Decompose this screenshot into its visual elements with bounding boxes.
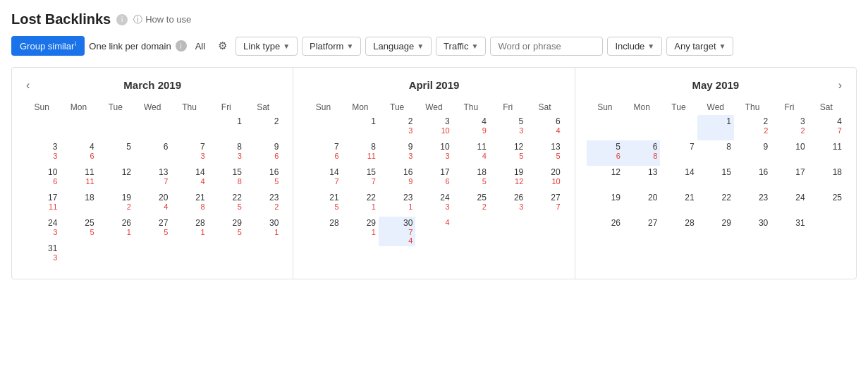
table-row[interactable]: 30 — [734, 217, 771, 242]
table-row[interactable]: 22 — [734, 115, 771, 140]
link-type-dropdown[interactable]: Link type ▼ — [236, 37, 298, 56]
table-row[interactable]: 29 — [697, 217, 734, 242]
table-row[interactable]: 243 — [23, 217, 60, 242]
table-row[interactable]: 313 — [23, 242, 60, 267]
table-row[interactable]: 310 — [415, 115, 452, 140]
table-row[interactable]: 1 — [342, 115, 379, 140]
cal-prev-button[interactable]: ‹ — [23, 79, 32, 92]
table-row[interactable]: 53 — [489, 115, 526, 140]
table-row[interactable]: 277 — [526, 191, 563, 217]
table-row[interactable]: 15 — [697, 166, 734, 191]
table-row[interactable]: 261 — [97, 217, 134, 242]
table-row[interactable]: 158 — [208, 166, 245, 191]
table-row[interactable]: 18 — [808, 166, 845, 191]
table-row[interactable]: 243 — [415, 191, 452, 217]
table-row[interactable]: 135 — [526, 140, 563, 166]
table-row[interactable]: 76 — [305, 140, 341, 166]
group-similar-button[interactable]: Group similari — [11, 36, 85, 56]
table-row[interactable]: 31 — [771, 217, 807, 242]
table-row[interactable]: 16 — [734, 166, 771, 191]
table-row[interactable]: 23 — [734, 191, 771, 217]
table-row[interactable]: 22 — [697, 191, 734, 217]
table-row[interactable]: 225 — [208, 191, 245, 217]
table-row[interactable]: 147 — [305, 166, 341, 191]
table-row[interactable]: 176 — [415, 166, 452, 191]
traffic-dropdown[interactable]: Traffic ▼ — [436, 37, 486, 56]
table-row[interactable]: 291 — [342, 217, 379, 246]
table-row[interactable]: 169 — [379, 166, 415, 191]
all-button[interactable]: All — [191, 38, 209, 54]
table-row[interactable]: 215 — [305, 191, 341, 217]
table-row[interactable]: 1 — [208, 115, 245, 140]
table-row[interactable]: 28 — [660, 217, 697, 242]
table-row[interactable]: 2 — [245, 115, 281, 140]
table-row[interactable]: 165 — [245, 166, 281, 191]
table-row[interactable]: 25 — [808, 191, 845, 217]
table-row[interactable]: 19 — [587, 191, 623, 217]
table-row[interactable]: 47 — [808, 115, 845, 140]
table-row[interactable]: 2010 — [526, 166, 563, 191]
table-row[interactable]: 23 — [379, 115, 415, 140]
how-to-use-link[interactable]: ⓘ How to use — [133, 13, 191, 26]
table-row[interactable]: 49 — [453, 115, 489, 140]
table-row[interactable]: 263 — [489, 191, 526, 217]
table-row[interactable]: 144 — [171, 166, 207, 191]
table-row[interactable]: 17 — [771, 166, 807, 191]
table-row[interactable]: 232 — [245, 191, 281, 217]
table-row[interactable]: 231 — [379, 191, 415, 217]
any-target-dropdown[interactable]: Any target ▼ — [666, 37, 733, 56]
table-row[interactable]: 204 — [134, 191, 171, 217]
table-row[interactable]: 18 — [60, 191, 97, 217]
table-row[interactable]: 26 — [587, 217, 623, 242]
include-dropdown[interactable]: Include ▼ — [607, 37, 662, 56]
word-phrase-input[interactable] — [490, 37, 603, 56]
table-row[interactable]: 12 — [587, 166, 623, 191]
table-row[interactable]: 281 — [171, 217, 207, 242]
table-row[interactable]: 6 — [134, 140, 171, 166]
table-row[interactable]: 137 — [134, 166, 171, 191]
table-row[interactable]: 3074 — [379, 217, 415, 246]
table-row[interactable]: 12 — [97, 166, 134, 191]
table-row[interactable]: 252 — [453, 191, 489, 217]
table-row[interactable]: 1 — [697, 115, 734, 140]
one-link-info-icon[interactable]: i — [176, 40, 187, 52]
table-row[interactable]: 64 — [526, 115, 563, 140]
table-row[interactable]: 106 — [23, 166, 60, 191]
table-row[interactable]: 96 — [245, 140, 281, 166]
table-row[interactable]: 21 — [660, 191, 697, 217]
table-row[interactable]: 157 — [342, 166, 379, 191]
platform-dropdown[interactable]: Platform ▼ — [302, 37, 361, 56]
table-row[interactable]: 1111 — [60, 166, 97, 191]
table-row[interactable]: 28 — [305, 217, 341, 246]
table-row[interactable]: 811 — [342, 140, 379, 166]
table-row[interactable]: 73 — [171, 140, 207, 166]
table-row[interactable]: 103 — [415, 140, 452, 166]
table-row[interactable]: 192 — [97, 191, 134, 217]
table-row[interactable]: 301 — [245, 217, 281, 242]
table-row[interactable]: 10 — [771, 140, 807, 166]
table-row[interactable]: 8 — [697, 140, 734, 166]
table-row[interactable]: 46 — [60, 140, 97, 166]
table-row[interactable]: 33 — [23, 140, 60, 166]
table-row[interactable]: 13 — [623, 166, 660, 191]
table-row[interactable]: 14 — [660, 166, 697, 191]
table-row[interactable]: 295 — [208, 217, 245, 242]
table-row[interactable]: 56 — [587, 140, 623, 166]
title-info-icon[interactable]: i — [116, 14, 128, 25]
table-row[interactable]: 24 — [771, 191, 807, 217]
table-row[interactable]: 1912 — [489, 166, 526, 191]
table-row[interactable]: 27 — [623, 217, 660, 242]
table-row[interactable]: 218 — [171, 191, 207, 217]
table-row[interactable]: 125 — [489, 140, 526, 166]
table-row[interactable]: 7 — [660, 140, 697, 166]
table-row[interactable]: 275 — [134, 217, 171, 242]
table-row[interactable]: 114 — [453, 140, 489, 166]
table-row[interactable]: 68 — [623, 140, 660, 166]
table-row[interactable]: 32 — [771, 115, 807, 140]
table-row[interactable]: 5 — [97, 140, 134, 166]
language-dropdown[interactable]: Language ▼ — [365, 37, 432, 56]
table-row[interactable]: 185 — [453, 166, 489, 191]
table-row[interactable]: 221 — [342, 191, 379, 217]
table-row[interactable]: 9 — [734, 140, 771, 166]
cal-next-button[interactable]: › — [836, 79, 845, 92]
